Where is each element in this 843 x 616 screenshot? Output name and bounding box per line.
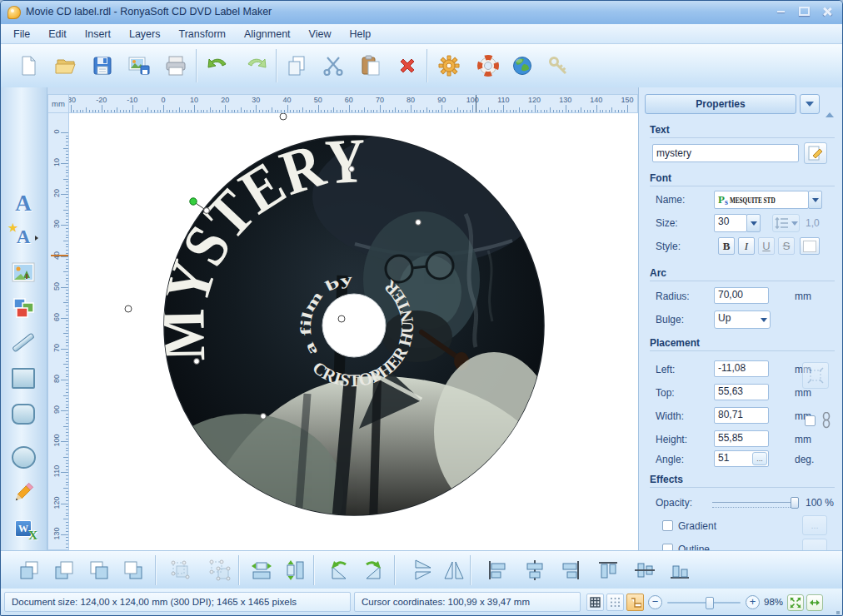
strikethrough-button[interactable]: S — [778, 237, 795, 255]
export-image-button[interactable] — [123, 50, 155, 82]
tool-ellipse[interactable] — [7, 440, 40, 474]
bring-forward-button[interactable] — [83, 555, 115, 585]
fit-to-content-button[interactable] — [802, 362, 829, 389]
properties-header[interactable]: Properties — [645, 94, 796, 114]
ungroup-button[interactable] — [204, 555, 236, 585]
font-name-dropdown-arrow[interactable] — [808, 191, 822, 209]
resize-grip[interactable] — [836, 611, 840, 614]
resize-handle[interactable] — [204, 208, 210, 214]
send-backward-button[interactable] — [117, 555, 149, 585]
align-center-button[interactable] — [519, 555, 551, 585]
make-same-width-button[interactable] — [246, 555, 277, 585]
menu-item-file[interactable]: File — [4, 26, 39, 42]
underline-button[interactable]: U — [758, 237, 775, 255]
resize-handle[interactable] — [349, 166, 355, 172]
flip-vertical-button[interactable] — [407, 555, 438, 585]
minimize-button[interactable] — [771, 5, 791, 17]
menu-item-layers[interactable]: Layers — [120, 26, 170, 42]
cd-disc-object[interactable]: MYSTERY a film by CRISTOPHER HUNTER — [147, 125, 554, 550]
align-left-button[interactable] — [481, 555, 513, 585]
delete-button[interactable] — [392, 50, 423, 82]
panel-collapse-button[interactable] — [826, 101, 834, 112]
menu-item-alignment[interactable]: Alignment — [235, 26, 300, 42]
resize-handle[interactable] — [261, 414, 267, 420]
paste-button[interactable] — [355, 50, 387, 82]
website-button[interactable] — [506, 50, 538, 82]
fit-page-button[interactable] — [787, 594, 804, 611]
resize-handle[interactable] — [125, 306, 132, 312]
opacity-slider-track[interactable] — [712, 502, 797, 503]
new-document-button[interactable] — [12, 50, 44, 82]
title-bar[interactable]: Movie CD label.rdl - RonyaSoft CD DVD La… — [1, 1, 842, 25]
resize-handle[interactable] — [194, 359, 200, 365]
font-size-dropdown-arrow[interactable] — [746, 214, 761, 232]
maximize-button[interactable] — [794, 5, 814, 17]
resize-handle[interactable] — [416, 220, 422, 226]
zoom-in-button[interactable]: + — [746, 595, 760, 609]
font-name-combo[interactable]: Ps MESQUITE STD — [714, 191, 809, 209]
rotate-left-button[interactable] — [323, 555, 355, 585]
arc-radius-field[interactable]: 70,00 — [714, 287, 769, 304]
dot-grid-toggle-button[interactable] — [606, 594, 624, 611]
lock-aspect-checkbox[interactable] — [805, 415, 816, 426]
align-bottom-button[interactable] — [664, 555, 696, 585]
outline-checkbox[interactable] — [662, 544, 673, 550]
align-right-button[interactable] — [555, 555, 586, 585]
grid-toggle-button[interactable] — [586, 594, 604, 611]
open-button[interactable] — [50, 50, 82, 82]
license-key-button[interactable] — [542, 50, 574, 82]
tool-rounded-rectangle[interactable] — [7, 397, 40, 430]
ruler-toggle-button[interactable] — [626, 594, 644, 611]
fit-width-button[interactable] — [806, 594, 823, 611]
resize-handle[interactable] — [338, 315, 345, 322]
tool-text[interactable]: A — [7, 186, 40, 220]
tool-image[interactable] — [7, 256, 40, 289]
bold-button[interactable]: B — [718, 237, 735, 255]
line-spacing-button[interactable] — [772, 214, 800, 232]
copy-button[interactable] — [281, 50, 312, 82]
resize-handle[interactable] — [280, 113, 287, 120]
design-canvas[interactable]: MYSTERY a film by CRISTOPHER HUNTER — [69, 113, 638, 550]
italic-button[interactable]: I — [738, 237, 755, 255]
settings-button[interactable] — [433, 50, 465, 82]
undo-button[interactable] — [202, 50, 233, 82]
group-button[interactable] — [165, 555, 197, 585]
tool-pencil[interactable] — [7, 476, 40, 509]
placement-width-field[interactable]: 80,71 — [714, 407, 769, 424]
gradient-options-button[interactable]: ... — [802, 515, 827, 535]
tool-clipart[interactable] — [7, 291, 40, 325]
tool-rectangle[interactable] — [7, 361, 40, 395]
rotation-handle[interactable] — [190, 198, 197, 205]
text-value-input[interactable] — [652, 144, 799, 162]
menu-item-insert[interactable]: Insert — [76, 26, 120, 42]
gradient-checkbox[interactable] — [662, 520, 673, 531]
bring-to-front-button[interactable] — [13, 555, 45, 585]
menu-item-view[interactable]: View — [300, 26, 341, 42]
font-size-combo[interactable]: 30 — [714, 214, 747, 232]
redo-button[interactable] — [241, 50, 272, 82]
font-color-swatch[interactable] — [800, 237, 820, 255]
help-button[interactable] — [472, 50, 504, 82]
zoom-slider-track[interactable] — [667, 602, 741, 604]
close-button[interactable] — [817, 5, 837, 17]
send-to-back-button[interactable] — [48, 555, 80, 585]
properties-dropdown-button[interactable] — [800, 94, 820, 114]
cut-button[interactable] — [317, 50, 349, 82]
flip-horizontal-button[interactable] — [438, 555, 470, 585]
align-middle-button[interactable] — [629, 555, 661, 585]
make-same-height-button[interactable] — [279, 555, 311, 585]
arc-bulge-dropdown-arrow[interactable] — [756, 311, 771, 328]
menu-item-transform[interactable]: Transform — [170, 26, 236, 42]
edit-text-button[interactable] — [804, 142, 827, 164]
opacity-slider-thumb[interactable] — [791, 497, 799, 509]
menu-item-edit[interactable]: Edit — [39, 26, 76, 42]
angle-more-button[interactable]: ... — [752, 452, 767, 465]
placement-left-field[interactable]: -11,08 — [714, 360, 769, 377]
tool-art-text[interactable]: A★ — [7, 221, 40, 254]
align-top-button[interactable] — [592, 555, 624, 585]
save-button[interactable] — [87, 50, 118, 82]
zoom-slider-thumb[interactable] — [706, 597, 714, 609]
menu-item-help[interactable]: Help — [340, 26, 380, 42]
rotate-right-button[interactable] — [357, 555, 389, 585]
tool-line[interactable] — [7, 325, 40, 359]
